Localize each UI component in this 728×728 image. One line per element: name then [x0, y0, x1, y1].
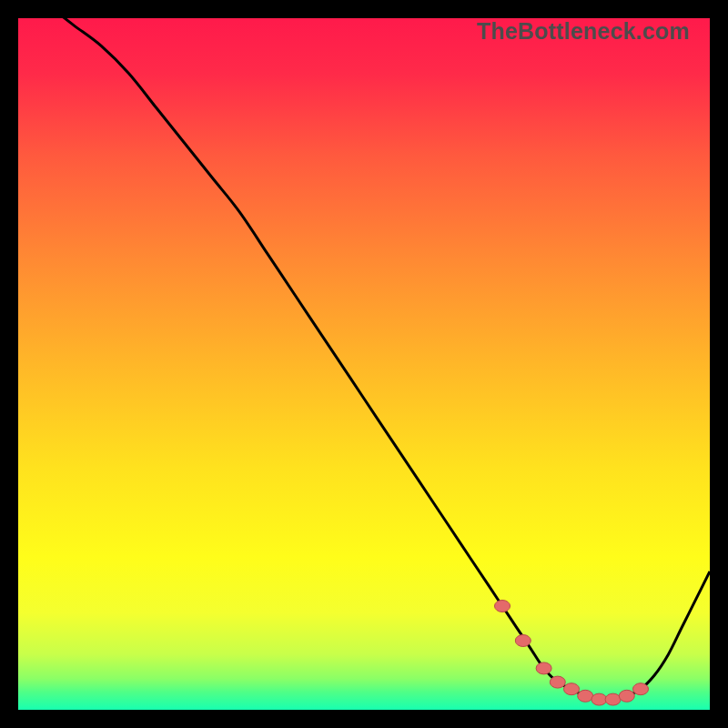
- marker-point: [605, 693, 621, 705]
- marker-point: [536, 662, 551, 674]
- marker-point: [592, 693, 607, 705]
- marker-point: [564, 683, 580, 695]
- marker-point: [578, 690, 593, 702]
- marker-point: [495, 601, 511, 612]
- gradient-background: [18, 18, 710, 710]
- marker-point: [619, 690, 634, 702]
- chart-frame: TheBottleneck.com: [18, 18, 710, 710]
- marker-point: [515, 635, 531, 647]
- marker-point: [633, 683, 649, 695]
- marker-point: [550, 676, 565, 688]
- chart-svg: [18, 18, 710, 710]
- watermark-text: TheBottleneck.com: [477, 18, 690, 45]
